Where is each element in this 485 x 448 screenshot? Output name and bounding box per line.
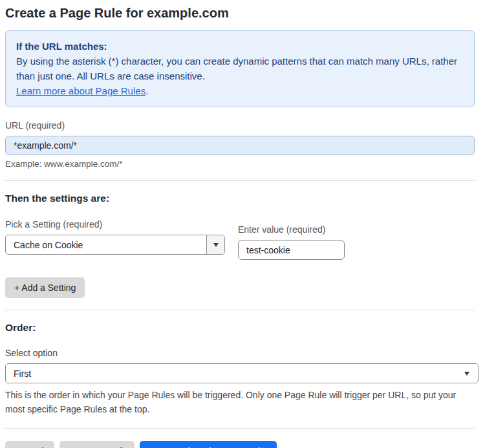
page-title: Create a Page Rule for example.com	[5, 6, 475, 21]
setting-value-column: Enter value (required)	[238, 224, 345, 260]
create-page-rule-panel: Create a Page Rule for example.com If th…	[5, 0, 475, 448]
chevron-down-icon	[464, 372, 469, 376]
order-select[interactable]: First	[5, 363, 479, 383]
divider	[5, 180, 475, 181]
setting-dropdown-value: Cache on Cookie	[6, 235, 206, 254]
order-heading: Order:	[5, 322, 475, 334]
pick-setting-label: Pick a Setting (required)	[5, 219, 225, 229]
learn-more-link[interactable]: Learn more about Page Rules	[16, 85, 146, 96]
save-deploy-button[interactable]: Save and Deploy Page Rule	[140, 441, 277, 448]
info-box-link-line: Learn more about Page Rules.	[16, 83, 464, 98]
info-box-body: By using the asterisk (*) character, you…	[16, 54, 464, 83]
order-select-value: First	[14, 368, 31, 379]
url-example-text: Example: www.example.com/*	[5, 159, 475, 169]
learn-more-link-suffix: .	[146, 85, 148, 96]
add-setting-button[interactable]: + Add a Setting	[5, 277, 85, 298]
url-matches-info-box: If the URL matches: By using the asteris…	[5, 30, 475, 107]
order-select-label: Select option	[5, 348, 475, 358]
info-box-heading: If the URL matches:	[16, 39, 464, 54]
order-help-text: This is the order in which your Page Rul…	[5, 388, 475, 416]
footer-button-row: Cancel Save as Draft Save and Deploy Pag…	[5, 441, 475, 448]
divider	[5, 428, 475, 429]
save-draft-button[interactable]: Save as Draft	[59, 441, 135, 448]
setting-dropdown-arrow-button[interactable]	[206, 235, 224, 254]
setting-dropdown[interactable]: Cache on Cookie	[5, 235, 225, 255]
setting-value-input[interactable]	[238, 240, 345, 260]
setting-picker-column: Pick a Setting (required) Cache on Cooki…	[5, 219, 225, 260]
url-label: URL (required)	[5, 120, 475, 131]
cancel-button[interactable]: Cancel	[5, 441, 54, 448]
chevron-down-icon	[213, 243, 219, 247]
settings-heading: Then the settings are:	[5, 193, 475, 204]
divider	[5, 310, 475, 310]
settings-row: Pick a Setting (required) Cache on Cooki…	[5, 219, 475, 260]
url-input[interactable]	[5, 136, 475, 155]
enter-value-label: Enter value (required)	[238, 224, 345, 235]
